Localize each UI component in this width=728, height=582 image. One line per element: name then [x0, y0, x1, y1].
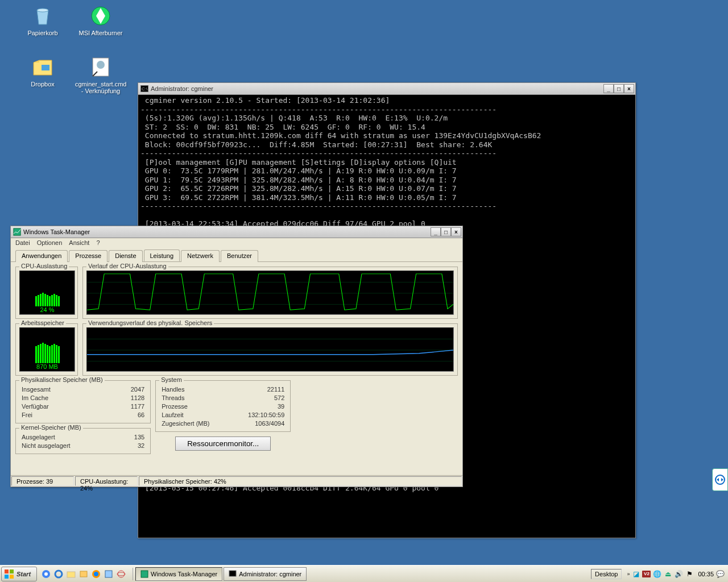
- show-desktop-icon[interactable]: [103, 568, 114, 580]
- desktop-toolbar[interactable]: Desktop: [591, 569, 622, 579]
- svg-point-4: [97, 61, 105, 69]
- taskbar-clock[interactable]: 00:35: [698, 571, 714, 577]
- taskmgr-menubar: DateiOptionenAnsicht?: [11, 238, 462, 247]
- explorer-icon[interactable]: [65, 568, 77, 580]
- svg-rect-20: [80, 571, 87, 577]
- chrome-icon[interactable]: [40, 568, 52, 580]
- desktop-icon-cgminer-shortcut[interactable]: cgminer_start.cmd - Verknüpfung: [75, 56, 126, 94]
- msi-icon: [89, 5, 112, 27]
- taskmgr-statusbar: Prozesse: 39CPU-Auslastung: 24%Physikali…: [11, 475, 462, 487]
- console-title-text: Administrator: cgminer: [151, 85, 213, 92]
- maximize-button[interactable]: □: [614, 84, 624, 93]
- svg-point-0: [37, 9, 48, 12]
- task-icon: [229, 570, 237, 578]
- stat-line: Zugesichert (MB)1063/4094: [162, 419, 284, 428]
- tray-vnc-icon[interactable]: V2: [642, 571, 651, 577]
- svg-rect-14: [5, 575, 9, 579]
- svg-point-24: [118, 571, 125, 577]
- memory-usage-meter: Arbeitsspeicher 870 MB: [15, 323, 78, 376]
- desktop-icon-dropbox[interactable]: Dropbox: [17, 56, 68, 88]
- console-titlebar[interactable]: C:\ Administrator: cgminer _ □ ×: [138, 83, 635, 95]
- tray-expand-icon[interactable]: »: [627, 571, 630, 577]
- task-icon: [140, 570, 148, 578]
- taskmgr-titlebar[interactable]: Windows Task-Manager _ □ ×: [11, 226, 462, 238]
- status-cell: CPU-Auslastung: 24%: [75, 476, 138, 486]
- svg-rect-15: [10, 575, 14, 579]
- svg-rect-26: [141, 571, 148, 577]
- firefox-icon[interactable]: [90, 568, 102, 580]
- windows-logo-icon: [4, 569, 14, 579]
- cpu-history-graph: Verlauf der CPU-Auslastung: [82, 267, 458, 319]
- tray-network-icon[interactable]: 🌐: [652, 569, 661, 579]
- close-button[interactable]: ×: [451, 227, 461, 236]
- resource-monitor-button[interactable]: Ressourcenmonitor...: [175, 436, 271, 451]
- taskmgr-tabs: AnwendungenProzesseDiensteLeistungNetzwe…: [11, 247, 462, 262]
- tray-balloon-icon[interactable]: 💬: [715, 569, 725, 579]
- system-group: System Handles22111Threads572Prozesse39L…: [155, 380, 291, 432]
- outlook-icon[interactable]: [78, 568, 89, 580]
- stat-line: Ausgelagert135: [22, 433, 144, 442]
- taskbar-task[interactable]: Windows Task-Manager: [135, 567, 222, 581]
- tab-prozesse[interactable]: Prozesse: [69, 250, 107, 262]
- start-button[interactable]: Start: [1, 567, 37, 581]
- taskmgr-title-text: Windows Task-Manager: [23, 228, 90, 235]
- stat-line: Threads572: [162, 394, 284, 402]
- svg-rect-2: [42, 65, 49, 70]
- quicklaunch: [40, 568, 127, 580]
- tray-volume-icon[interactable]: 🔊: [674, 569, 683, 579]
- menu-datei[interactable]: Datei: [15, 239, 30, 246]
- stat-line: Im Cache1128: [22, 394, 144, 402]
- menu-?[interactable]: ?: [96, 239, 100, 246]
- svg-rect-23: [105, 571, 112, 577]
- system-tray: Desktop » ◪ V2 🌐 ⏏ 🔊 ⚑ 00:35 💬: [591, 569, 727, 579]
- svg-rect-5: [14, 228, 20, 235]
- teamviewer-icon: [714, 474, 726, 485]
- minimize-button[interactable]: _: [603, 84, 614, 93]
- tray-app-icon[interactable]: ◪: [631, 569, 640, 579]
- stat-line: Laufzeit132:10:50:59: [162, 411, 284, 419]
- tab-dienste[interactable]: Dienste: [109, 250, 142, 262]
- tab-benutzer[interactable]: Benutzer: [221, 250, 258, 262]
- stat-line: Verfügbar1177: [22, 402, 144, 411]
- stat-line: Prozesse39: [162, 402, 284, 411]
- svg-point-22: [94, 572, 98, 576]
- tab-anwendungen[interactable]: Anwendungen: [15, 250, 68, 262]
- physical-memory-group: Physikalischer Speicher (MB) Insgesamt20…: [15, 380, 151, 423]
- svg-point-18: [55, 571, 62, 577]
- svg-point-25: [117, 572, 125, 576]
- atomic-icon[interactable]: [115, 568, 127, 580]
- stat-line: Handles22111: [162, 385, 284, 394]
- tab-netzwerk[interactable]: Netzwerk: [181, 250, 220, 262]
- taskbar: Start Windows Task-ManagerAdministrator:…: [0, 565, 728, 582]
- cmd-file-icon: [89, 56, 112, 78]
- desktop-icon-recycle-bin[interactable]: Papierkorb: [17, 5, 68, 36]
- maximize-button[interactable]: □: [441, 227, 451, 236]
- cpu-usage-meter: CPU-Auslastung 24 %: [15, 267, 78, 319]
- svg-rect-12: [5, 569, 9, 573]
- cmd-icon: C:\: [140, 85, 148, 92]
- task-manager-window[interactable]: Windows Task-Manager _ □ × DateiOptionen…: [10, 226, 463, 487]
- minimize-button[interactable]: _: [431, 227, 441, 236]
- tray-eject-icon[interactable]: ⏏: [663, 569, 672, 579]
- svg-rect-19: [67, 572, 75, 577]
- status-cell: Prozesse: 39: [11, 476, 74, 486]
- stat-line: Nicht ausgelagert32: [22, 442, 144, 450]
- recycle-bin-icon: [31, 5, 54, 27]
- stat-line: Frei66: [22, 411, 144, 419]
- svg-rect-13: [10, 569, 14, 573]
- menu-optionen[interactable]: Optionen: [37, 239, 63, 246]
- status-cell: Physikalischer Speicher: 42%: [139, 476, 462, 486]
- stat-line: Insgesamt2047: [22, 385, 144, 394]
- close-button[interactable]: ×: [624, 84, 634, 93]
- dropbox-icon: [31, 56, 54, 78]
- tray-flag-icon[interactable]: ⚑: [685, 569, 694, 579]
- kernel-memory-group: Kernel-Speicher (MB) Ausgelagert135Nicht…: [15, 428, 151, 454]
- menu-ansicht[interactable]: Ansicht: [69, 239, 89, 246]
- taskmgr-icon: [13, 228, 21, 236]
- taskbar-task[interactable]: Administrator: cgminer: [224, 567, 307, 581]
- tab-leistung[interactable]: Leistung: [144, 250, 180, 261]
- desktop-icon-msi-afterburner[interactable]: MSI Afterburner: [75, 5, 126, 36]
- svg-point-17: [44, 572, 48, 576]
- teamviewer-tab[interactable]: [712, 468, 728, 491]
- ie-icon[interactable]: [53, 568, 64, 580]
